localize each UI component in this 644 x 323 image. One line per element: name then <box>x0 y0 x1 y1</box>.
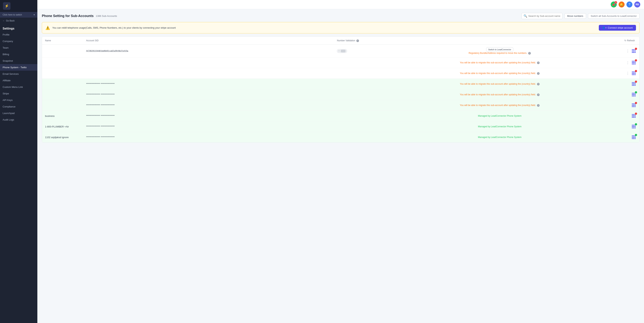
megaphone-icon[interactable]: 📣 1 <box>611 2 617 8</box>
sidebar-item-profile[interactable]: Profile <box>0 32 37 38</box>
grid-dot <box>633 137 634 138</box>
row-status-text: Managed by LeadConnector Phone System <box>374 125 625 128</box>
grid-dot <box>632 51 633 51</box>
grid-dot <box>633 103 634 104</box>
main-content: 📣 1 🔔 ? RB Phone Setting for Sub-Account… <box>37 0 644 323</box>
switch-all-button[interactable]: Switch all Sub-Accounts to LeadConnector <box>588 13 640 19</box>
grid-dot <box>632 85 633 86</box>
number-validation-toggle[interactable]: ✕ <box>337 49 347 53</box>
move-numbers-button[interactable]: Move numbers <box>564 13 586 19</box>
sidebar-item-team[interactable]: Team <box>0 45 37 51</box>
grid-dot <box>635 52 636 53</box>
row-account-sid: **************** **************** <box>86 104 337 107</box>
row-status: You will be able to migrate this sub-acc… <box>374 72 625 75</box>
user-plus-icon: 👤+ <box>602 26 607 29</box>
grid-apps-icon[interactable] <box>631 124 636 129</box>
grid-dot <box>632 64 633 65</box>
search-input[interactable] <box>528 15 560 17</box>
grid-apps-icon[interactable] <box>631 135 636 140</box>
grid-dot <box>633 73 634 74</box>
grid-dot <box>633 117 634 118</box>
grid-apps-icon[interactable] <box>631 92 636 97</box>
refresh-button[interactable]: ↻ Refresh <box>623 39 636 43</box>
grid-dot <box>632 62 633 63</box>
grid-dot <box>632 61 633 62</box>
row-status: You will be able to migrate this sub-acc… <box>374 93 625 96</box>
grid-dot <box>633 74 634 75</box>
row-status-text: You will be able to migrate this sub-acc… <box>374 104 625 107</box>
row-account-sid: AC0626104481bd6b91ca62a5fc6b21d10a <box>86 50 337 52</box>
row-actions <box>625 103 636 108</box>
grid-dot <box>635 96 636 97</box>
sidebar-item-audit-logs[interactable]: Audit Logs <box>0 116 37 123</box>
grid-dot <box>633 82 634 83</box>
grid-dot <box>633 61 634 62</box>
grid-apps-icon[interactable] <box>631 71 636 76</box>
sidebar-item-affiliate[interactable]: Affiliate <box>0 77 37 84</box>
row-actions <box>625 92 636 97</box>
connected-badge <box>635 91 637 94</box>
grid-dot <box>632 135 633 136</box>
col-validation-header: Number Validation ? <box>337 39 374 42</box>
table-row: AC0626104481bd6b91ca62a5fc6b21d10a✕Switc… <box>42 45 639 57</box>
more-options-icon[interactable]: ⋮ <box>626 49 630 53</box>
sidebar-item-compliance[interactable]: Compliance <box>0 103 37 110</box>
sidebar-item-launchpad[interactable]: Launchpad <box>0 110 37 116</box>
bell-icon[interactable]: 🔔 <box>618 2 624 8</box>
grid-dot <box>633 49 634 50</box>
status-help-icon[interactable]: ? <box>528 52 531 55</box>
switch-button[interactable]: Click here to switch ▾ <box>0 12 37 18</box>
status-help-icon[interactable]: ? <box>537 62 540 64</box>
row-account-sid: **************** **************** <box>86 136 337 139</box>
grid-dot <box>635 138 636 139</box>
go-back-button[interactable]: ← Go Back <box>0 18 37 24</box>
sidebar: ⚡ Click here to switch ▾ ← Go Back Setti… <box>0 0 37 323</box>
error-badge <box>635 48 637 50</box>
sidebar-item-custom-menu[interactable]: Custom Menu Link <box>0 84 37 90</box>
sidebar-item-billing[interactable]: Billing <box>0 51 37 58</box>
grid-dot <box>633 51 634 51</box>
status-help-icon[interactable]: ? <box>537 104 540 107</box>
more-options-icon[interactable]: ⋮ <box>626 71 630 75</box>
status-help-icon[interactable]: ? <box>537 83 540 85</box>
grid-apps-icon[interactable] <box>631 60 636 65</box>
grid-apps-icon[interactable] <box>631 81 636 87</box>
status-help-icon[interactable]: ? <box>537 72 540 75</box>
sidebar-item-email-services[interactable]: Email Services <box>0 71 37 77</box>
row-status: You will be able to migrate this sub-acc… <box>374 83 625 85</box>
validation-help-icon[interactable]: ? <box>356 40 359 42</box>
refresh-icon: ↻ <box>624 39 626 42</box>
row-status-text: You will be able to migrate this sub-acc… <box>374 61 625 64</box>
col-name-header: Name <box>45 39 86 42</box>
grid-dot <box>632 73 633 74</box>
more-options-icon[interactable]: ⋮ <box>626 61 630 65</box>
sidebar-item-snapshot[interactable]: Snapshot <box>0 58 37 64</box>
switch-label: Click here to switch <box>2 14 22 16</box>
table-row: **************** ****************You wil… <box>42 100 639 111</box>
grid-apps-icon[interactable] <box>631 103 636 108</box>
row-actions <box>625 135 636 140</box>
grid-apps-icon[interactable] <box>631 113 636 119</box>
row-status: Managed by LeadConnector Phone System <box>374 115 625 117</box>
header-actions: 🔍 Move numbers Switch all Sub-Accounts t… <box>522 13 640 19</box>
connect-stripe-button[interactable]: 👤+ Connect stripe account <box>599 25 636 31</box>
sidebar-item-api-keys[interactable]: API Keys <box>0 97 37 103</box>
status-help-icon[interactable]: ? <box>537 94 540 96</box>
megaphone-badge: 1 <box>614 1 617 4</box>
chevron-down-icon: ▾ <box>34 14 35 16</box>
avatar[interactable]: RB <box>634 2 640 8</box>
row-toggle-col: ✕ <box>337 49 374 53</box>
logo-icon: ⚡ <box>3 2 10 10</box>
grid-dot <box>632 126 633 127</box>
help-icon[interactable]: ? <box>626 2 632 8</box>
grid-apps-icon[interactable] <box>631 49 636 54</box>
sidebar-item-stripe[interactable]: Stripe <box>0 90 37 97</box>
sidebar-item-company[interactable]: Company <box>0 38 37 45</box>
grid-dot <box>635 117 636 118</box>
grid-dot <box>633 128 634 128</box>
row-status-text: Managed by LeadConnector Phone System <box>374 136 625 139</box>
switch-to-lc-button[interactable]: Switch to LeadConnector <box>486 47 513 52</box>
warning-icon: ⚠️ <box>46 26 50 30</box>
grid-dot <box>635 73 636 74</box>
sidebar-item-phone-system[interactable]: Phone System - Twilio <box>0 64 37 71</box>
